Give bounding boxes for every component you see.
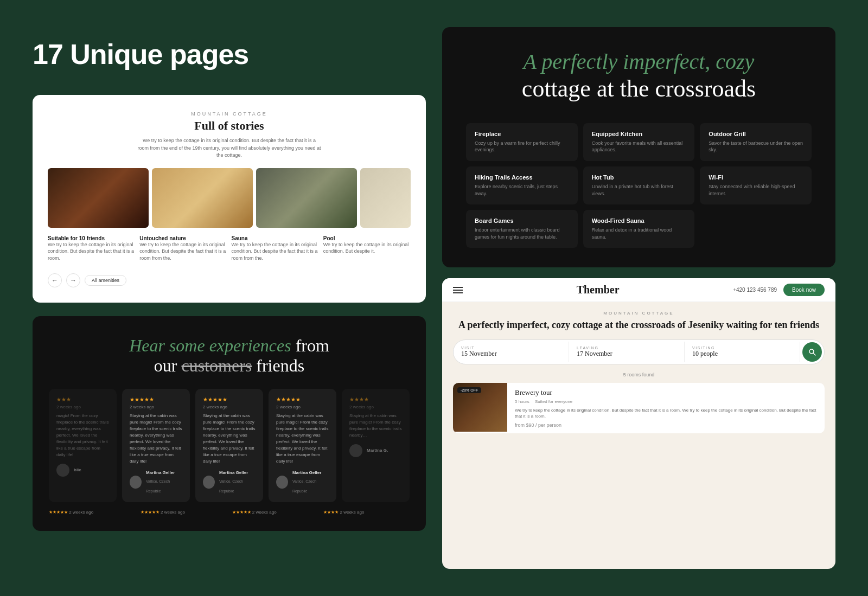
review-card-3: ★★★★★ 2 weeks ago Staying at the cabin w… — [269, 389, 336, 502]
card-description: We try to keep the cottage in its origin… — [137, 137, 322, 159]
search-button[interactable] — [802, 342, 822, 362]
reviewer-1: Martina Geller Valtice, Czech Republic — [130, 470, 182, 495]
room-image: -20% OFF — [453, 383, 507, 432]
amenities-grid: Suitable for 10 friends We try to keep t… — [48, 235, 411, 266]
room-desc: We try to keep the cottage in its origin… — [515, 407, 817, 419]
site-logo: Thember — [577, 284, 620, 296]
leaving-label: LEAVING — [577, 346, 676, 350]
book-now-button[interactable]: Book now — [783, 284, 825, 296]
stars-1: ★★★★★ — [130, 396, 182, 402]
reviewer-0: blic — [56, 464, 109, 477]
feature-boardgames: Board Games Indoor entertainment with cl… — [466, 210, 578, 248]
date-4: 2 weeks ago — [349, 405, 402, 409]
amenity-item-1: Suitable for 10 friends We try to keep t… — [48, 235, 135, 262]
avatar-2 — [203, 476, 215, 489]
amenity-image-3 — [256, 168, 357, 228]
feature-kitchen: Equipped Kitchen Cook your favorite meal… — [583, 123, 695, 161]
reviews-card: Hear some experiences fromour customers … — [33, 316, 426, 531]
text-0: magic! From the cozy fireplace to the sc… — [56, 413, 109, 458]
feature-empty — [700, 210, 812, 248]
rooms-found: 5 rooms found — [453, 372, 825, 377]
date-0: 2 weeks ago — [56, 405, 109, 409]
date-row: VISIT 15 November LEAVING 17 November VI… — [453, 339, 825, 364]
right-column: A perfectly imperfect, cozy cottage at t… — [442, 27, 835, 569]
card-subtitle: MOUNTAIN COTTAGE — [48, 111, 411, 117]
visiting-field[interactable]: VISITING 10 people — [685, 342, 800, 362]
features-grid: Fireplace Cozy up by a warm fire for per… — [466, 123, 812, 248]
bottom-stars-row: ★★★★★ 2 weeks ago ★★★★★ 2 weeks ago ★★★★… — [49, 510, 410, 515]
stars-0: ★★★ — [56, 396, 109, 402]
card-footer: ← → All amenities — [48, 273, 411, 287]
booking-title: A perfectly imperfect, cozy cottage at t… — [453, 319, 825, 331]
feature-fireplace: Fireplace Cozy up by a warm fire for per… — [466, 123, 578, 161]
avatar-4 — [349, 444, 362, 457]
menu-icon[interactable] — [453, 287, 463, 293]
text-1: Staying at the cabin was pure magic! Fro… — [130, 413, 182, 465]
heading-friends2: friends — [256, 356, 304, 375]
feature-wifi: Wi-Fi Stay connected with reliable high-… — [700, 166, 812, 204]
text-2: Staying at the cabin was pure magic! Fro… — [203, 413, 256, 465]
leaving-date: 17 November — [577, 350, 676, 358]
date-1: 2 weeks ago — [130, 405, 182, 409]
reviews-row: ★★★ 2 weeks ago magic! From the cozy fir… — [49, 389, 410, 502]
visit-field[interactable]: VISIT 15 November — [454, 342, 569, 362]
avatar-0 — [56, 464, 69, 477]
heading-strikethrough: customers — [182, 356, 252, 375]
room-card: -20% OFF Brewery tour 5 hours Suited for… — [453, 383, 825, 433]
reviews-heading: Hear some experiences fromour customers … — [49, 336, 410, 376]
heading-area: 17 Unique pages — [33, 38, 426, 81]
visiting-label: VISITING — [692, 346, 792, 350]
reviewer-info-3: Martina Geller Valtice, Czech Republic — [292, 470, 329, 495]
visiting-count: 10 people — [692, 350, 792, 358]
tagline-white: cottage at the crossroads — [466, 75, 812, 104]
reviewer-info-2: Martina Geller Valtice, Czech Republic — [219, 470, 256, 495]
review-card-0: ★★★ 2 weeks ago magic! From the cozy fir… — [49, 389, 117, 502]
feature-hiking: Hiking Trails Access Explore nearby scen… — [466, 166, 578, 204]
feature-sauna: Wood-Fired Sauna Relax and detox in a tr… — [583, 210, 695, 248]
phone-number: +420 123 456 789 — [733, 287, 777, 293]
next-button[interactable]: → — [66, 273, 80, 287]
amenity-item-4: Pool We try to keep the cottage in its o… — [323, 235, 411, 262]
stars-3: ★★★★★ — [276, 396, 329, 402]
text-4: Staying at the cabin was pure magic! Fro… — [349, 413, 402, 439]
room-suited: Suited for everyone — [535, 399, 572, 404]
avatar-1 — [130, 476, 142, 489]
visit-label: VISIT — [461, 346, 561, 350]
heading-green: Hear some experiences — [129, 336, 291, 355]
cottage-label: MOUNTAIN COTTAGE — [453, 311, 825, 316]
review-card-2: ★★★★★ 2 weeks ago Staying at the cabin w… — [195, 389, 263, 502]
svg-line-1 — [813, 353, 815, 355]
images-row — [48, 168, 411, 228]
card-title: Full of stories — [48, 119, 411, 133]
leaving-field[interactable]: LEAVING 17 November — [569, 342, 685, 362]
room-duration: 5 hours — [515, 399, 529, 404]
main-container: 17 Unique pages MOUNTAIN COTTAGE Full of… — [0, 0, 868, 596]
reviewer-4: Martina G. — [349, 444, 402, 457]
stars-2: ★★★★★ — [203, 396, 256, 402]
tagline-green: A perfectly imperfect, cozy — [466, 49, 812, 75]
reviewer-3: Martina Geller Valtice, Czech Republic — [276, 470, 329, 495]
left-column: 17 Unique pages MOUNTAIN COTTAGE Full of… — [33, 27, 426, 569]
visit-date: 15 November — [461, 350, 561, 358]
all-amenities-button[interactable]: All amenities — [85, 275, 126, 286]
header-right: +420 123 456 789 Book now — [733, 284, 825, 296]
white-card: MOUNTAIN COTTAGE Full of stories We try … — [33, 95, 426, 303]
review-card-4: ★★★★ 2 weeks ago Staying at the cabin wa… — [342, 389, 410, 502]
page-heading: 17 Unique pages — [33, 38, 426, 71]
room-title: Brewery tour — [515, 388, 817, 397]
review-card-1: ★★★★★ 2 weeks ago Staying at the cabin w… — [122, 389, 190, 502]
room-info: Brewery tour 5 hours Suited for everyone… — [507, 383, 825, 433]
amenity-item-3: Sauna We try to keep the cottage in its … — [232, 235, 319, 262]
date-3: 2 weeks ago — [276, 405, 329, 409]
reviewer-info-0: blic — [74, 467, 81, 472]
room-price: from $90 / per person — [515, 422, 817, 428]
booking-content: MOUNTAIN COTTAGE A perfectly imperfect, … — [442, 302, 835, 442]
room-meta: 5 hours Suited for everyone — [515, 399, 817, 404]
prev-button[interactable]: ← — [48, 273, 62, 287]
date-2: 2 weeks ago — [203, 405, 256, 409]
feature-hottub: Hot Tub Unwind in a private hot tub with… — [583, 166, 695, 204]
amenity-image-1 — [48, 168, 149, 228]
features-card: A perfectly imperfect, cozy cottage at t… — [442, 27, 835, 267]
tagline: A perfectly imperfect, cozy cottage at t… — [466, 49, 812, 104]
amenity-image-2 — [152, 168, 253, 228]
